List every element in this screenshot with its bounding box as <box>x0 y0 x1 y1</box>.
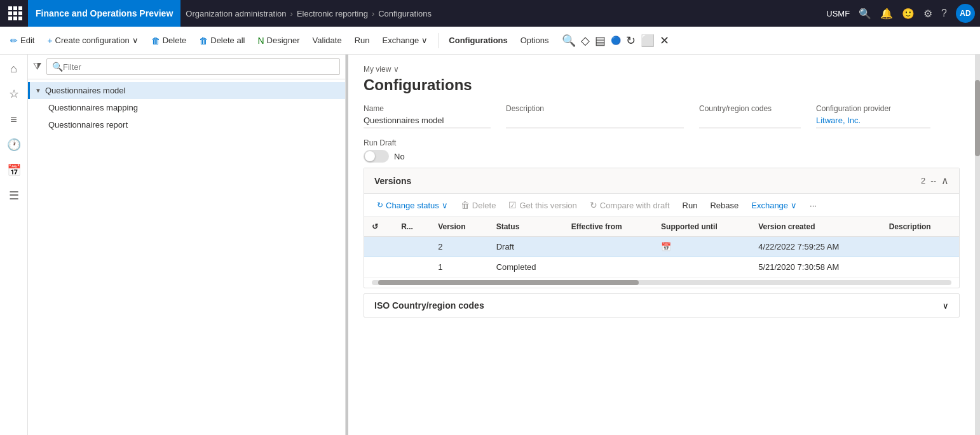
edit-icon: ✏ <box>10 36 18 46</box>
col-supported-until[interactable]: Supported until <box>653 217 751 237</box>
tree-label-report: Questionnaires report <box>48 120 128 130</box>
compare-with-draft-button[interactable]: ↻ Compare with draft <box>585 197 675 213</box>
row1-effective <box>564 237 653 257</box>
versions-collapse-icon[interactable]: ∧ <box>941 175 949 187</box>
compare-icon: ↻ <box>590 200 597 210</box>
row2-created: 5/21/2020 7:30:58 AM <box>751 257 881 278</box>
bell-icon[interactable]: 🔔 <box>880 8 893 20</box>
run-button[interactable]: Run <box>350 33 375 48</box>
versions-run-button[interactable]: Run <box>677 198 703 213</box>
breadcrumb-er[interactable]: Electronic reporting <box>297 9 368 18</box>
country-field: Country/region codes <box>699 104 801 128</box>
badge-icon[interactable]: 🔵 <box>611 36 621 45</box>
view-label[interactable]: My view ∨ <box>364 65 960 74</box>
table-header-row: ↺ R... Version Status Effective from Sup… <box>364 217 959 237</box>
vertical-scrollbar[interactable] <box>975 55 980 435</box>
help-icon[interactable]: ? <box>941 8 947 19</box>
horizontal-scrollbar[interactable] <box>372 280 951 285</box>
iso-expand-icon: ∨ <box>943 301 949 311</box>
change-status-button[interactable]: ↻ Change status ∨ <box>372 198 453 213</box>
run-draft-toggle[interactable] <box>364 150 389 163</box>
sidebar-calendar-icon[interactable]: 📅 <box>3 159 25 182</box>
row2-refresh <box>364 257 393 278</box>
diamond-icon[interactable]: ◇ <box>581 34 590 48</box>
designer-icon: N <box>257 36 264 46</box>
settings-icon[interactable]: ⚙ <box>923 8 932 20</box>
name-value[interactable]: Questionnaires model <box>364 116 491 128</box>
search-icon[interactable]: 🔍 <box>859 8 871 20</box>
filter-input[interactable] <box>63 62 334 72</box>
more-options-button[interactable]: ··· <box>805 198 822 213</box>
col-version-created[interactable]: Version created <box>751 217 881 237</box>
versions-exchange-button[interactable]: Exchange ∨ <box>746 198 802 213</box>
filter-icon[interactable]: ⧩ <box>33 61 41 72</box>
run-draft-value: No <box>394 152 405 161</box>
exchange-button[interactable]: Exchange ∨ <box>377 33 433 48</box>
run-draft-label: Run Draft <box>364 138 960 147</box>
col-description[interactable]: Description <box>881 217 959 237</box>
country-value[interactable] <box>699 116 801 128</box>
options-button[interactable]: Options <box>515 33 554 48</box>
validate-button[interactable]: Validate <box>308 33 347 48</box>
col-status[interactable]: Status <box>489 217 564 237</box>
provider-value[interactable]: Litware, Inc. <box>816 116 930 128</box>
row1-desc <box>881 237 959 257</box>
description-field: Description <box>506 104 684 128</box>
app-title[interactable]: Finance and Operations Preview <box>28 0 180 27</box>
col-r[interactable]: R... <box>393 217 430 237</box>
description-value[interactable] <box>506 116 684 128</box>
get-this-version-button[interactable]: ☑ Get this version <box>503 197 582 213</box>
iso-section: ISO Country/region codes ∨ <box>364 293 960 318</box>
search-box[interactable]: 🔍 <box>46 58 340 75</box>
col-refresh: ↺ <box>364 217 393 237</box>
sidebar-clock-icon[interactable]: 🕐 <box>3 133 25 156</box>
versions-dash: -- <box>930 176 936 185</box>
form-row: Name Questionnaires model Description Co… <box>364 104 960 128</box>
sidebar-list-icon[interactable]: ☰ <box>3 184 25 207</box>
layout-icon[interactable]: ▤ <box>595 34 606 48</box>
breadcrumb-org[interactable]: Organization administration <box>186 9 286 18</box>
exchange-down-icon: ∨ <box>791 201 797 210</box>
configurations-button[interactable]: Configurations <box>444 33 512 48</box>
versions-section: Versions 2 -- ∧ ↻ Change status ∨ <box>364 168 960 288</box>
tree-label-model: Questionnaires model <box>45 86 125 95</box>
versions-title: Versions <box>374 176 411 186</box>
sidebar-star-icon[interactable]: ☆ <box>3 83 25 105</box>
user-avatar[interactable]: AD <box>956 4 975 23</box>
ellipsis-icon: ··· <box>810 201 817 210</box>
cmd-search-icon[interactable]: 🔍 <box>562 34 576 48</box>
right-panel: My view ∨ Configurations Name Questionna… <box>348 55 975 435</box>
versions-header: Versions 2 -- ∧ <box>364 168 959 194</box>
tree-item-questionnaires-report[interactable]: Questionnaires report <box>28 116 345 133</box>
waffle-icon <box>8 6 22 20</box>
hscroll-thumb <box>378 280 639 285</box>
edit-button[interactable]: ✏ Edit <box>5 33 39 48</box>
sidebar-home-icon[interactable]: ⌂ <box>3 57 25 80</box>
refresh-icon[interactable]: ↻ <box>626 34 636 48</box>
tree-item-questionnaires-mapping[interactable]: Questionnaires mapping <box>28 99 345 116</box>
sidebar-lines-icon[interactable]: ≡ <box>3 108 25 131</box>
table-row[interactable]: 1 Completed 5/21/2020 7:30:58 AM <box>364 257 959 278</box>
waffle-button[interactable] <box>5 3 25 23</box>
create-configuration-button[interactable]: + Create configuration ∨ <box>42 33 143 48</box>
left-panel-toolbar: ⧩ 🔍 <box>28 55 345 79</box>
versions-delete-button[interactable]: 🗑 Delete <box>456 197 501 213</box>
tree-item-questionnaires-model[interactable]: ▼ Questionnaires model <box>28 82 345 99</box>
breadcrumb-configs[interactable]: Configurations <box>378 9 432 18</box>
row2-status: Completed <box>489 257 564 278</box>
table-row[interactable]: 2 Draft 📅 4/22/2022 7:59:25 AM <box>364 237 959 257</box>
emoji-icon[interactable]: 🙂 <box>902 8 915 20</box>
left-panel: ⧩ 🔍 ▼ Questionnaires model Questionnaire… <box>28 55 346 435</box>
close-icon[interactable]: ✕ <box>660 34 669 48</box>
delete-button[interactable]: 🗑 Delete <box>146 33 192 48</box>
cmd-separator-1 <box>438 33 439 48</box>
rebase-button[interactable]: Rebase <box>705 198 744 213</box>
right-panel-inner: My view ∨ Configurations Name Questionna… <box>348 55 975 328</box>
col-effective-from[interactable]: Effective from <box>564 217 653 237</box>
popout-icon[interactable]: ⬜ <box>641 34 655 48</box>
calendar-icon[interactable]: 📅 <box>661 242 671 251</box>
col-version[interactable]: Version <box>430 217 489 237</box>
iso-header[interactable]: ISO Country/region codes ∨ <box>364 294 959 317</box>
delete-all-button[interactable]: 🗑 Delete all <box>194 33 250 48</box>
designer-button[interactable]: N Designer <box>252 33 304 48</box>
